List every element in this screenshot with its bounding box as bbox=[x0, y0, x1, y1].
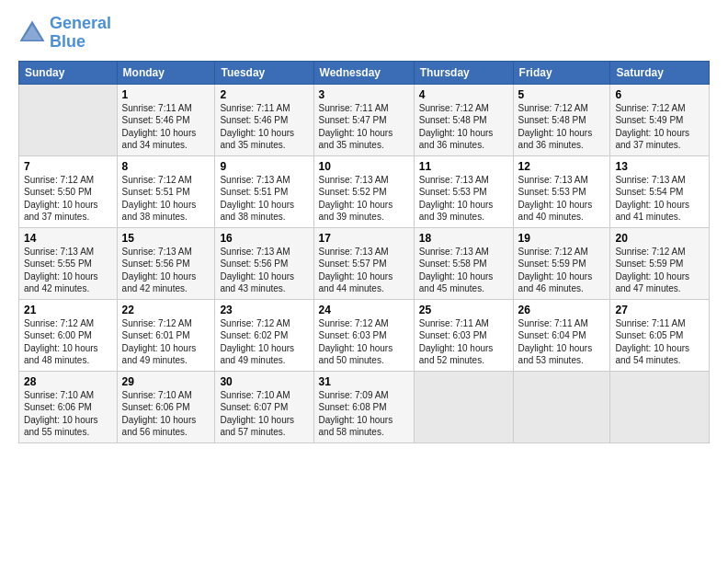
day-number: 6 bbox=[615, 88, 704, 101]
calendar-cell: 24Sunrise: 7:12 AM Sunset: 6:03 PM Dayli… bbox=[313, 299, 414, 371]
day-info: Sunrise: 7:11 AM Sunset: 5:47 PM Dayligh… bbox=[319, 102, 409, 152]
day-number: 9 bbox=[220, 160, 308, 173]
calendar-cell: 3Sunrise: 7:11 AM Sunset: 5:47 PM Daylig… bbox=[313, 84, 414, 155]
day-number: 24 bbox=[319, 304, 409, 316]
day-number: 28 bbox=[24, 375, 112, 388]
column-header-thursday: Thursday bbox=[414, 61, 513, 84]
day-number: 13 bbox=[615, 160, 704, 173]
day-info: Sunrise: 7:12 AM Sunset: 5:49 PM Dayligh… bbox=[615, 102, 704, 152]
day-number: 10 bbox=[319, 160, 409, 173]
calendar-cell: 13Sunrise: 7:13 AM Sunset: 5:54 PM Dayli… bbox=[610, 155, 710, 227]
calendar-cell: 14Sunrise: 7:13 AM Sunset: 5:55 PM Dayli… bbox=[19, 227, 118, 299]
day-number: 8 bbox=[122, 160, 210, 173]
day-info: Sunrise: 7:12 AM Sunset: 5:59 PM Dayligh… bbox=[518, 246, 606, 295]
logo-icon bbox=[18, 19, 46, 47]
day-number: 20 bbox=[615, 232, 704, 245]
calendar-cell: 28Sunrise: 7:10 AM Sunset: 6:06 PM Dayli… bbox=[19, 371, 118, 442]
calendar-cell: 19Sunrise: 7:12 AM Sunset: 5:59 PM Dayli… bbox=[513, 227, 610, 299]
calendar-cell: 25Sunrise: 7:11 AM Sunset: 6:03 PM Dayli… bbox=[414, 299, 513, 371]
day-info: Sunrise: 7:11 AM Sunset: 5:46 PM Dayligh… bbox=[220, 102, 308, 152]
day-number: 29 bbox=[122, 375, 210, 388]
day-number: 2 bbox=[220, 88, 308, 101]
column-header-saturday: Saturday bbox=[610, 61, 710, 84]
day-info: Sunrise: 7:11 AM Sunset: 6:05 PM Dayligh… bbox=[615, 317, 704, 367]
calendar-cell: 8Sunrise: 7:12 AM Sunset: 5:51 PM Daylig… bbox=[117, 155, 215, 227]
calendar-cell: 1Sunrise: 7:11 AM Sunset: 5:46 PM Daylig… bbox=[117, 84, 215, 155]
day-number: 15 bbox=[122, 232, 210, 245]
week-row-4: 21Sunrise: 7:12 AM Sunset: 6:00 PM Dayli… bbox=[19, 299, 710, 371]
day-number: 3 bbox=[319, 88, 409, 101]
day-info: Sunrise: 7:13 AM Sunset: 5:53 PM Dayligh… bbox=[419, 174, 508, 224]
day-number: 31 bbox=[319, 375, 409, 388]
day-info: Sunrise: 7:12 AM Sunset: 6:02 PM Dayligh… bbox=[220, 317, 308, 367]
logo: General Blue bbox=[18, 15, 111, 52]
calendar-cell: 23Sunrise: 7:12 AM Sunset: 6:02 PM Dayli… bbox=[215, 299, 313, 371]
calendar-cell: 27Sunrise: 7:11 AM Sunset: 6:05 PM Dayli… bbox=[610, 299, 710, 371]
day-info: Sunrise: 7:13 AM Sunset: 5:54 PM Dayligh… bbox=[615, 174, 704, 224]
calendar-table: SundayMondayTuesdayWednesdayThursdayFrid… bbox=[18, 61, 710, 443]
calendar-cell: 15Sunrise: 7:13 AM Sunset: 5:56 PM Dayli… bbox=[117, 227, 215, 299]
day-number: 22 bbox=[122, 304, 210, 316]
page-container: General Blue SundayMondayTuesdayWednesda… bbox=[0, 0, 728, 453]
calendar-cell: 2Sunrise: 7:11 AM Sunset: 5:46 PM Daylig… bbox=[215, 84, 313, 155]
day-info: Sunrise: 7:12 AM Sunset: 6:03 PM Dayligh… bbox=[319, 317, 409, 367]
calendar-cell bbox=[513, 371, 610, 442]
calendar-cell: 12Sunrise: 7:13 AM Sunset: 5:53 PM Dayli… bbox=[513, 155, 610, 227]
day-number: 26 bbox=[518, 304, 606, 316]
day-number: 27 bbox=[615, 304, 704, 316]
day-number: 14 bbox=[24, 232, 112, 245]
day-info: Sunrise: 7:13 AM Sunset: 5:56 PM Dayligh… bbox=[122, 246, 210, 295]
day-info: Sunrise: 7:12 AM Sunset: 5:48 PM Dayligh… bbox=[419, 102, 508, 152]
column-header-friday: Friday bbox=[513, 61, 610, 84]
calendar-cell: 5Sunrise: 7:12 AM Sunset: 5:48 PM Daylig… bbox=[513, 84, 610, 155]
week-row-3: 14Sunrise: 7:13 AM Sunset: 5:55 PM Dayli… bbox=[19, 227, 710, 299]
calendar-cell: 9Sunrise: 7:13 AM Sunset: 5:51 PM Daylig… bbox=[215, 155, 313, 227]
calendar-cell: 20Sunrise: 7:12 AM Sunset: 5:59 PM Dayli… bbox=[610, 227, 710, 299]
calendar-cell bbox=[610, 371, 710, 442]
day-number: 30 bbox=[220, 375, 308, 388]
calendar-cell: 18Sunrise: 7:13 AM Sunset: 5:58 PM Dayli… bbox=[414, 227, 513, 299]
calendar-header: SundayMondayTuesdayWednesdayThursdayFrid… bbox=[19, 61, 710, 84]
day-info: Sunrise: 7:13 AM Sunset: 5:53 PM Dayligh… bbox=[518, 174, 606, 224]
calendar-cell: 4Sunrise: 7:12 AM Sunset: 5:48 PM Daylig… bbox=[414, 84, 513, 155]
day-number: 25 bbox=[419, 304, 508, 316]
day-number: 7 bbox=[24, 160, 112, 173]
day-info: Sunrise: 7:12 AM Sunset: 6:01 PM Dayligh… bbox=[122, 317, 210, 367]
calendar-cell: 16Sunrise: 7:13 AM Sunset: 5:56 PM Dayli… bbox=[215, 227, 313, 299]
week-row-2: 7Sunrise: 7:12 AM Sunset: 5:50 PM Daylig… bbox=[19, 155, 710, 227]
day-info: Sunrise: 7:10 AM Sunset: 6:07 PM Dayligh… bbox=[220, 389, 308, 439]
day-info: Sunrise: 7:13 AM Sunset: 5:52 PM Dayligh… bbox=[319, 174, 409, 224]
day-number: 1 bbox=[122, 88, 210, 101]
day-info: Sunrise: 7:10 AM Sunset: 6:06 PM Dayligh… bbox=[122, 389, 210, 439]
calendar-cell: 26Sunrise: 7:11 AM Sunset: 6:04 PM Dayli… bbox=[513, 299, 610, 371]
column-header-sunday: Sunday bbox=[19, 61, 118, 84]
column-header-monday: Monday bbox=[117, 61, 215, 84]
day-number: 23 bbox=[220, 304, 308, 316]
column-header-wednesday: Wednesday bbox=[313, 61, 414, 84]
calendar-cell: 30Sunrise: 7:10 AM Sunset: 6:07 PM Dayli… bbox=[215, 371, 313, 442]
calendar-cell: 10Sunrise: 7:13 AM Sunset: 5:52 PM Dayli… bbox=[313, 155, 414, 227]
day-info: Sunrise: 7:09 AM Sunset: 6:08 PM Dayligh… bbox=[319, 389, 409, 439]
calendar-cell: 17Sunrise: 7:13 AM Sunset: 5:57 PM Dayli… bbox=[313, 227, 414, 299]
day-info: Sunrise: 7:13 AM Sunset: 5:51 PM Dayligh… bbox=[220, 174, 308, 224]
day-info: Sunrise: 7:11 AM Sunset: 6:03 PM Dayligh… bbox=[419, 317, 508, 367]
day-number: 12 bbox=[518, 160, 606, 173]
header: General Blue bbox=[18, 15, 710, 52]
calendar-cell: 22Sunrise: 7:12 AM Sunset: 6:01 PM Dayli… bbox=[117, 299, 215, 371]
day-number: 16 bbox=[220, 232, 308, 245]
day-info: Sunrise: 7:11 AM Sunset: 6:04 PM Dayligh… bbox=[518, 317, 606, 367]
day-info: Sunrise: 7:13 AM Sunset: 5:57 PM Dayligh… bbox=[319, 246, 409, 295]
day-info: Sunrise: 7:13 AM Sunset: 5:55 PM Dayligh… bbox=[24, 246, 112, 295]
calendar-body: 1Sunrise: 7:11 AM Sunset: 5:46 PM Daylig… bbox=[19, 84, 710, 442]
day-number: 11 bbox=[419, 160, 508, 173]
day-info: Sunrise: 7:12 AM Sunset: 5:50 PM Dayligh… bbox=[24, 174, 112, 224]
logo-text: General Blue bbox=[50, 15, 111, 52]
day-number: 5 bbox=[518, 88, 606, 101]
day-info: Sunrise: 7:11 AM Sunset: 5:46 PM Dayligh… bbox=[122, 102, 210, 152]
week-row-1: 1Sunrise: 7:11 AM Sunset: 5:46 PM Daylig… bbox=[19, 84, 710, 155]
day-info: Sunrise: 7:12 AM Sunset: 6:00 PM Dayligh… bbox=[24, 317, 112, 367]
calendar-cell: 31Sunrise: 7:09 AM Sunset: 6:08 PM Dayli… bbox=[313, 371, 414, 442]
day-info: Sunrise: 7:12 AM Sunset: 5:48 PM Dayligh… bbox=[518, 102, 606, 152]
day-info: Sunrise: 7:12 AM Sunset: 5:59 PM Dayligh… bbox=[615, 246, 704, 295]
calendar-cell bbox=[414, 371, 513, 442]
